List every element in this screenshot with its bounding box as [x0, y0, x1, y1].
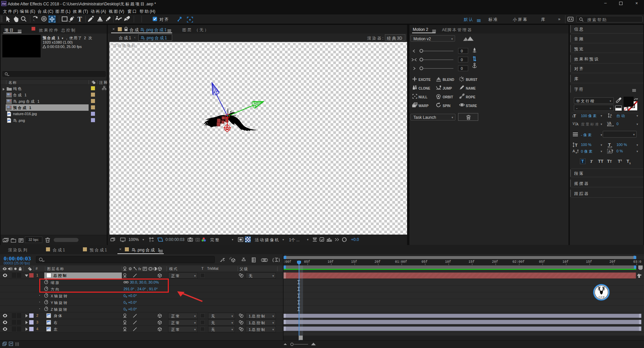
- svg-text:a: a: [576, 151, 577, 154]
- svg-text:V: V: [573, 122, 575, 126]
- svg-text:行走者: 行走者: [598, 296, 605, 298]
- svg-text:A: A: [610, 116, 611, 118]
- svg-text:VA: VA: [607, 121, 611, 125]
- svg-text:A: A: [573, 149, 575, 153]
- svg-text:fx: fx: [138, 267, 141, 271]
- svg-text:A: A: [576, 122, 579, 126]
- svg-text:T: T: [575, 143, 578, 147]
- svg-text:あ: あ: [608, 150, 611, 153]
- svg-text:T: T: [78, 15, 82, 23]
